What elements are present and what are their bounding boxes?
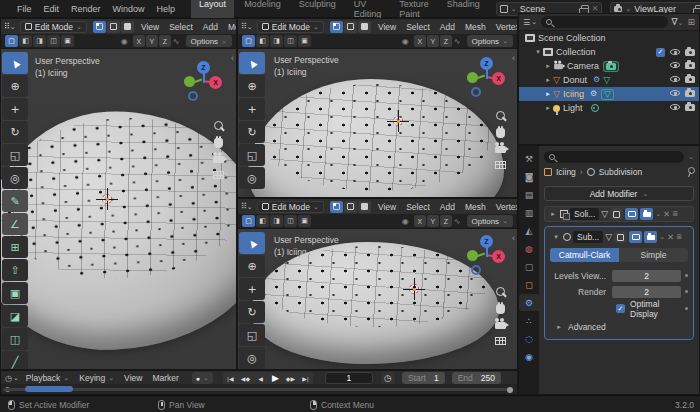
tool-rotate[interactable]: ↻	[239, 121, 265, 143]
viewport-mid-bottom-canvas[interactable]: ▲ ⊕ + ↻ ◱ ◎ User Perspective (1) Iciing …	[238, 229, 517, 369]
tool-loop-cut[interactable]: ◫	[2, 328, 28, 350]
tool-rotate[interactable]: ↻	[2, 121, 28, 143]
icing-mesh[interactable]	[1, 104, 236, 356]
menu-help[interactable]: Help	[151, 4, 182, 14]
viewport-visibility-toggle[interactable]	[629, 231, 642, 243]
select-invert-button[interactable]: ◫	[284, 35, 297, 47]
hide-eye-icon[interactable]	[670, 49, 680, 55]
ortho-toggle-icon[interactable]	[213, 171, 224, 179]
vertex-select-button[interactable]	[93, 21, 106, 33]
render-visibility-icon[interactable]	[685, 49, 695, 56]
expand-icon[interactable]: ▸	[543, 76, 553, 84]
play-button[interactable]: ▶	[268, 372, 283, 385]
cage-toggle-icon[interactable]	[610, 208, 623, 220]
render-visibility-toggle[interactable]	[644, 231, 657, 243]
menu-vertex[interactable]: Vertex	[493, 202, 518, 212]
outliner-row-light[interactable]: ▸ Light	[519, 101, 699, 115]
tab-collection[interactable]: ▢	[519, 258, 539, 275]
navigation-gizmo[interactable]: Z X	[463, 235, 509, 281]
tab-physics[interactable]: ◌	[519, 330, 539, 347]
edge-select-button[interactable]	[107, 21, 120, 33]
new-view-layer-icon[interactable]	[695, 5, 700, 13]
select-subtract-button[interactable]: ◨	[270, 215, 283, 227]
axis-x-button[interactable]: X	[414, 215, 426, 227]
editor-type-icon[interactable]: ⠿⌄	[241, 22, 253, 31]
axis-z-button[interactable]: Z	[440, 35, 452, 47]
tool-scale[interactable]: ◱	[239, 144, 265, 166]
new-scene-icon[interactable]	[581, 5, 589, 13]
tab-object[interactable]: ◻	[519, 276, 539, 293]
gizmo-z-axis[interactable]: Z	[480, 235, 493, 248]
tool-cursor[interactable]: ⊕	[2, 75, 28, 97]
select-extend-button[interactable]: ◧	[256, 215, 269, 227]
tool-extrude-region[interactable]: ⇧	[2, 259, 28, 281]
outliner-row-scene-collection[interactable]: Scene Collection	[519, 31, 699, 45]
menu-add[interactable]: Add	[437, 202, 458, 212]
collapse-icon[interactable]: ▾	[551, 233, 561, 241]
gizmo-y-axis[interactable]	[467, 250, 478, 261]
animate-dot[interactable]	[685, 290, 688, 293]
expand-icon[interactable]: ▸	[543, 90, 553, 98]
select-box-variant-button[interactable]: ▢	[5, 35, 18, 47]
menu-select[interactable]: Select	[166, 22, 196, 32]
viewport-mid-top-canvas[interactable]: ▲ ⊕ + ↻ ◱ ◎ User Perspective (1) Iciing …	[238, 49, 517, 197]
unlink-scene-icon[interactable]: ✕	[592, 4, 599, 13]
menu-mesh[interactable]: Mesh	[225, 22, 237, 32]
axis-y-button[interactable]: Y	[146, 35, 158, 47]
ortho-toggle-icon[interactable]	[495, 337, 506, 345]
tool-transform[interactable]: ◎	[2, 167, 28, 189]
options-dropdown[interactable]: Options⌄	[467, 215, 513, 227]
expand-icon[interactable]: ▸	[548, 210, 558, 218]
jump-to-start-button[interactable]: |◀	[223, 372, 238, 385]
scene-name[interactable]: Scene	[520, 4, 578, 14]
menu-mesh[interactable]: Mesh	[462, 202, 489, 212]
options-dropdown[interactable]: Options⌄	[186, 35, 232, 47]
gizmo-z-axis[interactable]: Z	[480, 57, 493, 70]
timeline-editor-type-icon[interactable]: ◷⌄	[5, 374, 19, 383]
editor-type-icon[interactable]: ⠿⌄	[4, 22, 16, 31]
tool-move[interactable]: +	[239, 278, 265, 300]
outliner-display-mode-icon[interactable]: ☰⌄	[523, 18, 537, 27]
tool-annotate[interactable]: ✎	[2, 190, 28, 212]
extras-dropdown-icon[interactable]: ⌄	[655, 210, 661, 218]
proportional-edit-icon[interactable]: ◉	[402, 217, 409, 226]
tool-scale[interactable]: ◱	[2, 144, 28, 166]
tab-tool[interactable]: ⚒	[519, 150, 539, 167]
camera-view-icon[interactable]	[495, 322, 506, 329]
menu-view[interactable]: View	[375, 202, 399, 212]
tab-particles[interactable]: ∴	[519, 312, 539, 329]
options-dropdown[interactable]: Options⌄	[467, 35, 513, 47]
pan-icon[interactable]	[496, 304, 505, 314]
gizmo-y-axis[interactable]	[184, 76, 195, 87]
frame-end-field[interactable]: End250	[452, 372, 501, 384]
vertex-select-button[interactable]	[330, 201, 343, 213]
ortho-toggle-icon[interactable]	[495, 161, 506, 169]
add-modifier-button[interactable]: Add Modifier ⌄	[544, 186, 694, 201]
menu-window[interactable]: Window	[107, 4, 151, 14]
new-collection-icon[interactable]: ⊞	[687, 17, 695, 27]
render-visibility-toggle[interactable]	[640, 208, 653, 220]
tool-transform[interactable]: ◎	[239, 347, 265, 369]
auto-keying-button[interactable]: ● ⌄	[192, 372, 213, 384]
outliner-row-iciing[interactable]: ▸ ▽ Iciing ⚙ ▽	[519, 87, 699, 101]
axis-z-button[interactable]: Z	[159, 35, 171, 47]
zoom-icon[interactable]	[496, 287, 505, 296]
modifier-name-field[interactable]: Soli...	[570, 208, 599, 220]
tool-measure[interactable]: ∠	[2, 213, 28, 235]
tool-transform[interactable]: ◎	[239, 167, 265, 189]
expand-icon[interactable]: ▸	[543, 104, 553, 112]
sidebar-toggle-icon[interactable]: ‹	[512, 53, 515, 63]
modifier-subdivision-header[interactable]: ▾ Sub... ▽ ⌄ ✕ ≣	[548, 229, 690, 245]
menu-add[interactable]: Add	[200, 22, 221, 32]
zoom-icon[interactable]	[496, 111, 505, 120]
sidebar-toggle-icon[interactable]: ‹	[231, 53, 234, 63]
prev-keyframe-button[interactable]: ◀◆	[238, 372, 253, 385]
expand-icon[interactable]: ▾	[533, 48, 543, 56]
editmode-toggle-icon[interactable]: ▽	[601, 210, 608, 218]
falloff-icon[interactable]: ∿	[173, 37, 180, 46]
hide-eye-icon[interactable]	[670, 90, 680, 96]
axis-x-button[interactable]: X	[133, 35, 145, 47]
falloff-icon[interactable]: ∿	[454, 37, 461, 46]
menu-view[interactable]: View	[121, 373, 145, 383]
proportional-edit-icon[interactable]: ◉	[402, 37, 409, 46]
